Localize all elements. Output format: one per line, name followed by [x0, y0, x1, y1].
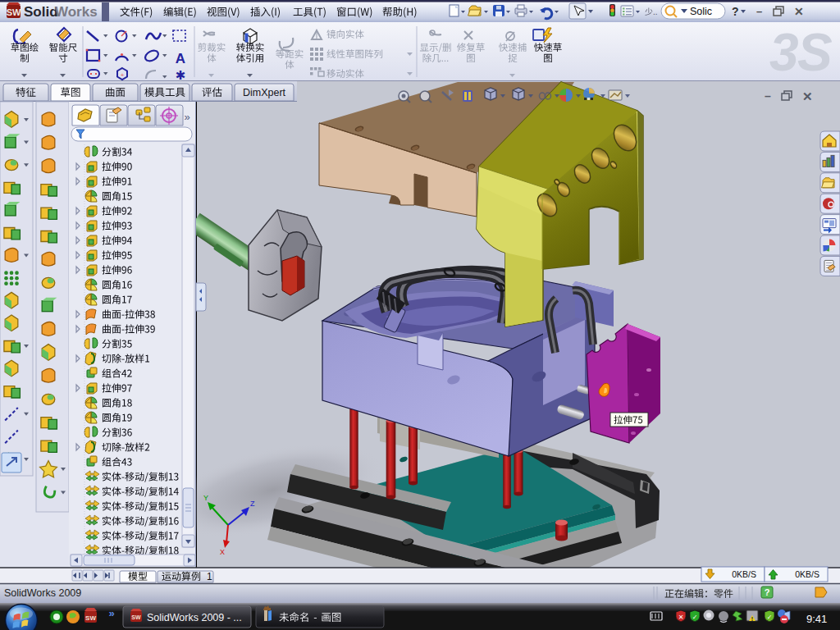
svg-text:SW: SW [85, 614, 96, 622]
svg-text:S: S [797, 23, 833, 82]
svg-text:»: » [108, 607, 114, 619]
svg-text:Solid: Solid [24, 4, 58, 20]
svg-text:0KB/S: 0KB/S [795, 569, 819, 579]
svg-text:Z: Z [250, 500, 255, 508]
svg-text:✓: ✓ [692, 614, 698, 621]
svg-text:✕: ✕ [794, 5, 804, 18]
svg-text:+: + [121, 71, 125, 79]
svg-text:–: – [765, 89, 771, 103]
svg-text:1: 1 [207, 571, 212, 582]
svg-text:3: 3 [769, 23, 799, 82]
svg-text:✓: ✓ [767, 614, 773, 621]
svg-text:✕: ✕ [802, 89, 813, 103]
svg-text:Works: Works [55, 4, 98, 20]
svg-text:Solic: Solic [690, 6, 712, 17]
svg-text:»: » [184, 111, 189, 123]
svg-text:Y: Y [203, 494, 208, 502]
svg-text:?: ? [765, 587, 770, 597]
svg-text:?: ? [732, 5, 739, 18]
svg-text:DimXpert: DimXpert [243, 87, 286, 98]
svg-text:9:41: 9:41 [806, 613, 827, 625]
svg-text:SW: SW [7, 7, 21, 17]
svg-text:!: ! [751, 616, 753, 622]
svg-text:SolidWorks 2009: SolidWorks 2009 [4, 587, 81, 599]
svg-text:X: X [220, 548, 225, 556]
svg-text:SolidWorks 2009 - ...: SolidWorks 2009 - ... [147, 612, 242, 623]
svg-text:..: .. [653, 7, 658, 16]
svg-text:✱: ✱ [176, 68, 186, 82]
svg-text:A: A [176, 51, 185, 66]
svg-text:–: – [756, 5, 762, 17]
svg-text:0KB/S: 0KB/S [732, 569, 756, 579]
svg-text:✕: ✕ [678, 614, 684, 621]
svg-text:SW: SW [131, 614, 141, 620]
